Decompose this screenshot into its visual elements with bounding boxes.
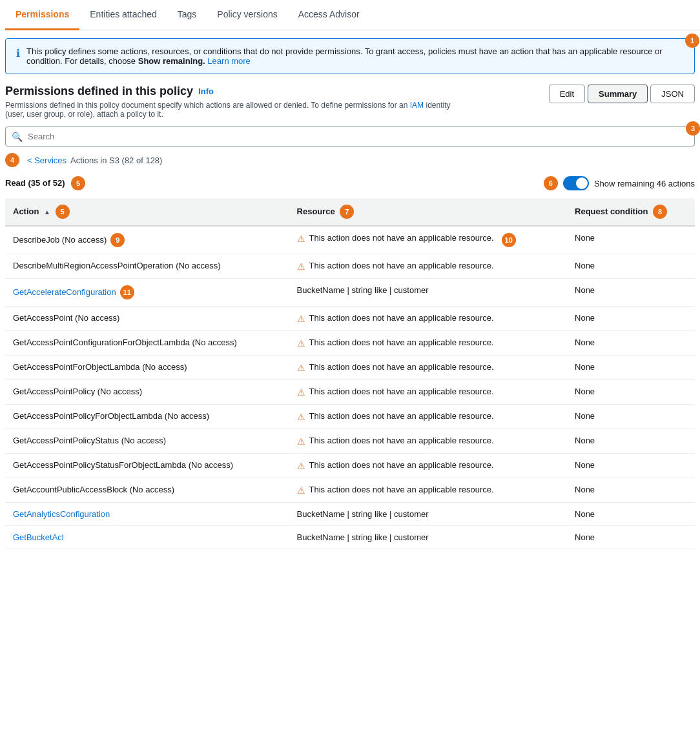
action-text: GetAccessPointPolicyForObjectLambda (No … [13,411,209,421]
resource-warning-text: This action does not have an applicable … [309,362,494,372]
sort-icon: ▲ [44,208,50,216]
condition-cell: None [567,478,695,503]
table-row: GetAccessPointConfigurationForObjectLamb… [5,331,695,356]
learn-more-link[interactable]: Learn more [207,56,250,66]
warning-icon: ⚠ [297,461,305,471]
resource-cell: ⚠This action does not have an applicable… [289,307,567,331]
condition-text: None [575,532,595,542]
tab-access-advisor[interactable]: Access Advisor [288,0,370,30]
warning-icon: ⚠ [297,261,305,272]
badge-9: 9 [110,233,125,247]
resource-cell: ⚠This action does not have an applicable… [289,429,567,454]
action-cell: GetAccessPointPolicyForObjectLambda (No … [5,405,289,429]
action-cell: GetAccountPublicAccessBlock (No access) [5,478,289,503]
resource-warning-text: This action does not have an applicable … [309,387,494,396]
condition-text: None [575,509,595,519]
table-row: GetAnalyticsConfigurationBucketName | st… [5,503,695,526]
action-text: GetAccessPointConfigurationForObjectLamb… [13,338,237,347]
table-row: GetAccessPointForObjectLambda (No access… [5,356,695,380]
iam-link[interactable]: IAM [410,101,424,110]
tab-policy-versions[interactable]: Policy versions [207,0,287,30]
json-button[interactable]: JSON [650,85,695,103]
actions-text: Actions in S3 (82 of 128) [70,156,162,165]
banner-text: This policy defines some actions, resour… [26,46,684,66]
resource-cell: ⚠This action does not have an applicable… [289,478,567,503]
action-text: DescribeMultiRegionAccessPointOperation … [13,261,221,270]
section-title: Permissions defined in this policy Info [5,85,457,98]
resource-warning-text: This action does not have an applicable … [309,436,494,445]
condition-cell: None [567,526,695,549]
resource-text: BucketName | string like | customer [297,532,429,542]
action-link[interactable]: GetAnalyticsConfiguration [13,509,110,519]
resource-cell: ⚠This action does not have an applicable… [289,380,567,405]
show-remaining-toggle[interactable] [563,176,589,190]
badge-5-col: 5 [56,205,70,219]
summary-button[interactable]: Summary [588,85,648,103]
resource-cell: ⚠This action does not have an applicable… [289,405,567,429]
action-cell: GetAccessPoint (No access) [5,307,289,331]
action-cell: GetAccessPointConfigurationForObjectLamb… [5,331,289,356]
table-row: GetBucketAclBucketName | string like | c… [5,526,695,549]
condition-cell: None [567,331,695,356]
action-text: GetAccessPointPolicyStatusForObjectLambd… [13,460,233,470]
table-row: GetAccessPointPolicyForObjectLambda (No … [5,405,695,429]
resource-cell: BucketName | string like | customer [289,526,567,549]
resource-column-header: Resource 7 [289,198,567,226]
resource-text: BucketName | string like | customer [297,285,429,295]
condition-text: None [575,261,595,270]
action-text: GetAccessPointForObjectLambda (No access… [13,362,187,372]
tab-entities-attached[interactable]: Entities attached [79,0,167,30]
read-title: Read (35 of 52) 5 [5,176,85,190]
action-column-header[interactable]: Action ▲ 5 [5,198,289,226]
table-row: GetAccelerateConfiguration11BucketName |… [5,279,695,307]
table-row: DescribeMultiRegionAccessPointOperation … [5,254,695,279]
condition-text: None [575,411,595,421]
condition-cell: None [567,307,695,331]
condition-text: None [575,362,595,372]
action-cell: GetAccessPointPolicyStatusForObjectLambd… [5,454,289,478]
warning-icon: ⚠ [297,387,305,398]
resource-cell: ⚠This action does not have an applicable… [289,254,567,279]
warning-icon: ⚠ [297,234,305,244]
badge-1: 1 [685,34,699,48]
warning-icon: ⚠ [297,412,305,422]
tab-permissions[interactable]: Permissions [5,0,79,30]
services-link[interactable]: < Services [27,156,67,165]
action-text: GetAccessPointPolicy (No access) [13,387,142,396]
action-link[interactable]: GetAccelerateConfiguration [13,287,116,297]
resource-cell: BucketName | string like | customer [289,503,567,526]
condition-text: None [575,313,595,323]
badge-6: 6 [544,176,558,190]
action-cell: GetAccessPointForObjectLambda (No access… [5,356,289,380]
info-circle-icon: ℹ [16,47,20,59]
condition-cell: None [567,503,695,526]
resource-warning-text: This action does not have an applicable … [309,338,494,347]
tabs-bar: Permissions Entities attached Tags Polic… [0,0,700,30]
resource-warning-text: This action does not have an applicable … [309,460,494,470]
resource-warning-text: This action does not have an applicable … [309,313,494,323]
condition-cell: None [567,356,695,380]
search-icon: 🔍 [12,132,23,142]
section-description: Permissions defined in this policy docum… [5,101,457,119]
condition-cell: None [567,380,695,405]
action-text: GetAccountPublicAccessBlock (No access) [13,485,174,494]
table-row: DescribeJob (No access)9⚠This action doe… [5,226,695,254]
search-input[interactable] [5,126,695,147]
search-container: 🔍 3 [5,126,695,147]
tab-tags[interactable]: Tags [167,0,207,30]
action-cell: GetAccessPointPolicyStatus (No access) [5,429,289,454]
main-content: Permissions defined in this policy Info … [0,85,700,560]
action-text: GetAccessPoint (No access) [13,313,119,323]
badge-3: 3 [686,121,700,136]
info-link[interactable]: Info [198,86,214,96]
resource-warning-text: This action does not have an applicable … [309,261,494,270]
table-row: GetAccessPointPolicy (No access)⚠This ac… [5,380,695,405]
toggle-row: 6 Show remaining 46 actions [544,176,695,190]
warning-icon: ⚠ [297,338,305,349]
resource-cell: ⚠This action does not have an applicable… [289,331,567,356]
action-cell: DescribeMultiRegionAccessPointOperation … [5,254,289,279]
action-cell: GetAnalyticsConfiguration [5,503,289,526]
edit-button[interactable]: Edit [549,85,585,103]
condition-text: None [575,436,595,445]
action-link[interactable]: GetBucketAcl [13,532,64,542]
